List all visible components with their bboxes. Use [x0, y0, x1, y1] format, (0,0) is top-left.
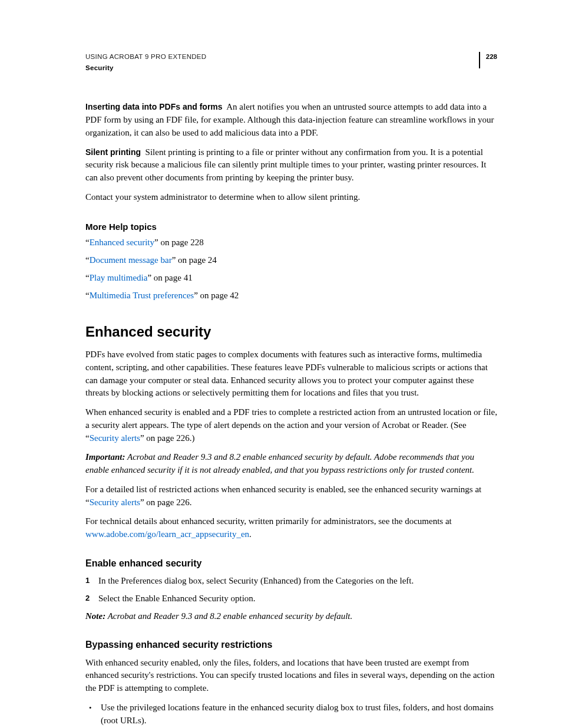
enhanced-p2: When enhanced security is enabled and a …	[85, 406, 497, 444]
bullet-icon: •	[89, 701, 101, 727]
runin-inserting: Inserting data into PDFs and forms	[85, 102, 223, 111]
paragraph-inserting-data: Inserting data into PDFs and forms An al…	[85, 101, 497, 139]
important-note: Important: Acrobat and Reader 9.3 and 8.…	[85, 451, 497, 477]
page-number-wrap: 228	[479, 52, 497, 68]
paragraph-contact-admin: Contact your system administrator to det…	[85, 191, 497, 204]
p5-pre: For technical details about enhanced sec…	[85, 516, 452, 526]
link-multimedia-trust-prefs[interactable]: Multimedia Trust preferences	[90, 291, 194, 300]
link-security-alerts[interactable]: Security alerts	[90, 433, 140, 443]
page-header: USING ACROBAT 9 PRO EXTENDED Security 22…	[85, 52, 497, 73]
step-text: In the Preferences dialog box, select Se…	[98, 575, 414, 588]
step-text: Select the Enable Enhanced Security opti…	[98, 592, 256, 605]
paragraph-silent-printing: Silent printing Silent printing is print…	[85, 146, 497, 185]
p2-post: ” on page 226.)	[140, 433, 194, 443]
note-body: Acrobat and Reader 9.3 and 8.2 enable en…	[108, 611, 353, 621]
more-help-heading: More Help topics	[85, 220, 497, 233]
bullet-1: • Use the privileged locations feature i…	[85, 701, 497, 727]
help-topic: “Multimedia Trust preferences” on page 4…	[85, 289, 497, 302]
important-body: Acrobat and Reader 9.3 and 8.2 enable en…	[85, 452, 474, 475]
important-label: Important:	[85, 452, 125, 462]
link-security-alerts-2[interactable]: Security alerts	[90, 498, 140, 507]
body-silent: Silent printing is printing to a file or…	[85, 147, 486, 183]
help-suffix: ” on page 24	[172, 255, 217, 265]
help-topic: “Play multimedia” on page 41	[85, 272, 497, 285]
header-left: USING ACROBAT 9 PRO EXTENDED Security	[85, 52, 206, 73]
enhanced-p4: For a detailed list of restricted action…	[85, 483, 497, 509]
help-suffix: ” on page 228	[154, 238, 204, 247]
link-appsecurity-url[interactable]: www.adobe.com/go/learn_acr_appsecurity_e…	[85, 529, 249, 539]
link-enhanced-security[interactable]: Enhanced security	[90, 238, 154, 247]
help-suffix: ” on page 42	[194, 291, 239, 300]
enhanced-p1: PDFs have evolved from static pages to c…	[85, 348, 497, 400]
p4-post: ” on page 226.	[140, 498, 191, 507]
link-play-multimedia[interactable]: Play multimedia	[90, 273, 148, 282]
h2-bypassing: Bypassing enhanced security restrictions	[85, 638, 497, 651]
h1-enhanced-security: Enhanced security	[85, 322, 497, 342]
note-label: Note:	[85, 611, 105, 621]
step-number: 1	[85, 575, 98, 588]
page-number: 228	[486, 52, 497, 62]
doc-section: Security	[85, 63, 206, 73]
bullet-text: Use the privileged locations feature in …	[101, 701, 497, 727]
doc-title: USING ACROBAT 9 PRO EXTENDED	[85, 52, 206, 62]
step-number: 2	[85, 592, 98, 605]
help-topic: “Document message bar” on page 24	[85, 254, 497, 267]
bypass-p1: With enhanced security enabled, only the…	[85, 657, 497, 695]
step-1: 1 In the Preferences dialog box, select …	[85, 575, 497, 588]
help-suffix: ” on page 41	[147, 273, 192, 282]
p5-post: .	[249, 529, 252, 539]
help-topic: “Enhanced security” on page 228	[85, 236, 497, 249]
note-enable: Note: Acrobat and Reader 9.3 and 8.2 ena…	[85, 610, 497, 623]
link-document-message-bar[interactable]: Document message bar	[90, 255, 172, 265]
enhanced-p5: For technical details about enhanced sec…	[85, 515, 497, 541]
runin-silent: Silent printing	[85, 147, 141, 157]
h2-enable-enhanced: Enable enhanced security	[85, 556, 497, 570]
step-2: 2 Select the Enable Enhanced Security op…	[85, 592, 497, 605]
